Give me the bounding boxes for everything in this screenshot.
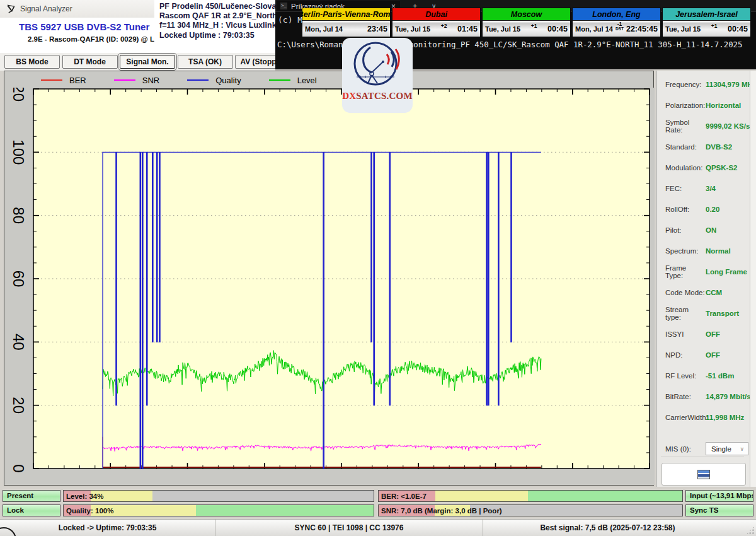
parameter-value: 11,998 MHz	[706, 414, 744, 421]
svg-text:100: 100	[10, 139, 27, 165]
antenna-info-block: PF Prodelin 450/Lučenec-Slovakia Rascom …	[154, 0, 275, 46]
plot-area	[33, 89, 650, 469]
clock-london-eng: London, EngMon, Jul 14-1DST22:45:45	[572, 8, 661, 37]
parameter-row-rolloff: RollOff:0.20	[656, 199, 750, 219]
svg-text:120: 120	[10, 88, 27, 102]
analyzer-header: Signal Analyzer TBS 5927 USB DVB-S2 Tune…	[0, 0, 275, 71]
legend-item-ber: BER	[41, 76, 86, 85]
led-lock: Lock	[3, 504, 60, 516]
parameter-label: BitRate:	[665, 393, 706, 400]
signal-chart: 020406080100120	[4, 88, 655, 487]
parameter-label: CarrierWidth:	[665, 414, 706, 421]
clock-city-label: Jerusalem-Israel	[663, 8, 750, 21]
svg-text:40: 40	[10, 334, 27, 351]
tuner-title: TBS 5927 USB DVB-S2 Tuner	[19, 21, 149, 32]
offset-value: +2	[441, 23, 447, 29]
clock-date: Tue, Jul 15	[485, 25, 520, 33]
status-segment-2: SYNC 60 | TEI 1098 | CC 13976	[215, 520, 483, 536]
parameter-label: Modulation:	[665, 164, 706, 172]
parameter-value: Horizontal	[706, 102, 741, 109]
parameter-value: 9999,02 KS/s	[706, 122, 750, 130]
parameter-value: CCM	[706, 289, 722, 296]
gauge-snr: SNR: 7,0 dB (Margin: 3,0 dB | Poor)	[378, 504, 683, 516]
gauge-label: BER: <1.0E-7	[381, 492, 427, 500]
legend-line-swatch	[114, 79, 135, 81]
clock-time: 23:45	[367, 25, 387, 33]
transport-stream-button[interactable]	[662, 463, 746, 486]
clock-city-label: Dubai	[392, 8, 480, 21]
parameter-row-fec: FEC:3/4	[656, 178, 750, 199]
parameter-row-symbol-rate: Symbol Rate:9999,02 KS/s	[656, 115, 750, 136]
clock-utc-offset: -1DST	[616, 21, 624, 32]
mode-button-bs-mode[interactable]: BS Mode	[4, 55, 60, 69]
legend-label: Level	[297, 76, 317, 85]
gauge-segment	[152, 491, 374, 501]
parameter-row-polarization: Polarization:Horizontal	[656, 95, 750, 115]
mode-button-bar: BS ModeDT ModeSignal Mon.TSA (OK)AV (Sto…	[0, 53, 275, 71]
clock-utc-offset: +1	[711, 23, 718, 29]
legend-item-snr: SNR	[114, 76, 159, 85]
parameter-value: 14,879 Mbit/s	[706, 393, 751, 400]
clock-city-label: Moscow	[483, 8, 570, 21]
logo-dx: DX	[342, 91, 356, 101]
mode-button-tsa-ok[interactable]: TSA (OK)	[178, 55, 233, 69]
clock-utc-offset: +2	[441, 23, 447, 29]
clock-berlin-paris-vienna-roma: Berlin-Paris-Vienna-RomaMon, Jul 1423:45	[302, 8, 391, 37]
gauge-segment	[196, 505, 374, 516]
ts-list-icon	[697, 470, 710, 479]
parameter-row-standard: Standard:DVB-S2	[656, 136, 750, 157]
parameter-row-npd: NPD:OFF	[656, 344, 750, 365]
parameter-label: Polarization:	[665, 102, 706, 109]
svg-text:80: 80	[10, 207, 27, 224]
parameter-value: QPSK-S2	[706, 164, 738, 172]
analyzer-titlebar: Signal Analyzer	[0, 0, 156, 18]
legend-line-swatch	[269, 79, 290, 81]
parameter-row-spectrum: Spectrum:Normal	[656, 240, 750, 261]
parameter-value: ON	[706, 226, 716, 234]
parameter-label: RF Level:	[665, 372, 706, 380]
clock-jerusalem-israel: Jerusalem-IsraelTue, Jul 15+100:45	[662, 8, 751, 37]
parameter-row-pilot: Pilot:ON	[656, 219, 750, 240]
parameter-label: Symbol Rate:	[665, 119, 706, 134]
clock-date: Mon, Jul 14	[575, 25, 613, 33]
svg-text:0: 0	[10, 464, 27, 472]
clock-body: Tue, Jul 15+100:45	[483, 21, 570, 37]
clock-date: Tue, Jul 15	[395, 25, 430, 33]
parameter-label: Frequency:	[665, 81, 706, 88]
mis-dropdown[interactable]: Single ∨	[706, 442, 748, 455]
parameter-value: Transport	[706, 310, 739, 317]
gauge-label: Quality: 100%	[66, 507, 113, 515]
clock-city-label: Berlin-Paris-Vienna-Roma	[302, 8, 390, 21]
parameter-row-stream-type: Stream type:Transport	[656, 303, 750, 323]
legend-label: SNR	[142, 76, 159, 85]
panel-scrollbar[interactable]	[750, 71, 756, 487]
parameter-label: Pilot:	[665, 226, 706, 234]
gauge-label: SNR: 7,0 dB (Margin: 3,0 dB | Poor)	[381, 507, 502, 515]
clock-dubai: DubaiTue, Jul 15+201:45	[392, 8, 481, 37]
legend-item-level: Level	[269, 76, 317, 85]
mis-label: MIS (0):	[665, 445, 706, 453]
svg-text:60: 60	[10, 271, 27, 288]
parameter-label: RollOff:	[665, 206, 706, 213]
clock-moscow: MoscowTue, Jul 15+100:45	[482, 8, 571, 37]
svg-text:20: 20	[10, 397, 27, 414]
chart-legend: BERSNRQualityLevel	[41, 74, 317, 86]
info-line-frequency: f=11 304 MHz_H : Vicus Luxlink	[154, 21, 275, 30]
mode-button-signal-mon[interactable]: Signal Mon.	[120, 55, 175, 69]
parameter-label: NPD:	[665, 351, 706, 359]
dxsatcs-logo-graphic	[348, 38, 407, 92]
clock-body: Mon, Jul 1423:45	[302, 21, 390, 37]
parameter-label: Standard:	[665, 143, 706, 151]
status-segment-3: Best signal: 7,5 dB (2025-07-12 23:58)	[483, 520, 732, 536]
app-dish-icon	[6, 4, 16, 14]
clock-time: 22:45:45	[626, 25, 658, 33]
chevron-down-icon: ∨	[740, 446, 744, 452]
mis-selected-value: Single	[711, 445, 731, 453]
status-segment-1: Locked -> Uptime: 79:03:35	[0, 520, 215, 536]
led-sync-ts: Sync TS	[685, 504, 753, 516]
legend-label: Quality	[215, 76, 241, 85]
gauge-level: Level: 34%	[63, 490, 374, 502]
mode-button-dt-mode[interactable]: DT Mode	[62, 55, 118, 69]
parameter-row-rf-level: RF Level:-51 dBm	[656, 365, 750, 386]
parameter-label: Spectrum:	[665, 247, 706, 255]
